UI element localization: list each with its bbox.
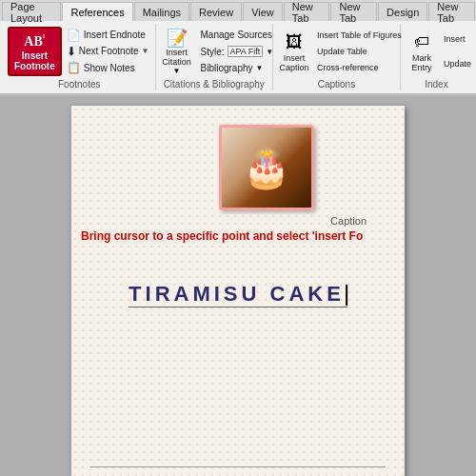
insert-endnote-button[interactable]: 📄 Insert Endnote — [65, 28, 151, 43]
citations-small-buttons: Manage Sources Style: APA Fift ▼ Bibliog… — [199, 27, 276, 76]
tab-view[interactable]: View — [243, 2, 283, 21]
insert-caption-label: InsertCaption — [279, 54, 308, 73]
insert-table-of-figures-button[interactable]: Insert Table of Figures — [315, 30, 404, 41]
text-cursor — [346, 285, 347, 306]
captions-small-buttons: Insert Table of Figures Update Table Cro… — [315, 27, 404, 76]
footnotes-small-buttons: 📄 Insert Endnote ⬇ Next Footnote ▼ 📋 Sho… — [65, 27, 151, 76]
ribbon-content: AB¹ Insert Footnote 📄 Insert Endnote ⬇ N… — [0, 21, 476, 95]
insert-caption-icon: 🖼 — [283, 30, 306, 54]
insert-endnote-icon: 📄 — [67, 29, 81, 42]
footnotes-group-label: Footnotes — [4, 79, 155, 89]
cake-image — [219, 125, 314, 210]
captions-group-label: Captions — [273, 79, 400, 89]
tab-references[interactable]: References — [62, 2, 132, 21]
insert-citation-button[interactable]: 📝 InsertCitation ▼ — [160, 27, 194, 76]
insert-footnote-label: Insert Footnote — [14, 50, 55, 71]
next-footnote-button[interactable]: ⬇ Next Footnote ▼ — [65, 44, 151, 59]
index-group-label: Index — [401, 79, 472, 89]
tab-page-layout[interactable]: Page Layout — [2, 2, 61, 21]
mark-entry-icon: 🏷 — [410, 30, 433, 54]
document-page: Caption Bring cursor to a specific point… — [71, 106, 405, 476]
index-group: 🏷 MarkEntry Insert Update Index — [401, 24, 472, 90]
tab-bar: Page Layout References Mailings Review V… — [0, 0, 476, 21]
tab-mailings[interactable]: Mailings — [134, 2, 189, 21]
index-small-buttons: Insert Update — [442, 27, 473, 76]
cake-highlight-border — [219, 125, 314, 210]
cross-reference-button[interactable]: Cross-reference — [315, 62, 404, 73]
insert-caption-button[interactable]: 🖼 InsertCaption — [277, 27, 311, 76]
insert-footnote-button[interactable]: AB¹ Insert Footnote — [8, 27, 62, 76]
tab-newtab2[interactable]: New Tab — [330, 2, 377, 21]
insert-footnote-icon: AB¹ — [19, 31, 50, 50]
cake-image-wrapper — [219, 125, 314, 210]
citations-group: 📝 InsertCitation ▼ Manage Sources Style:… — [156, 24, 273, 90]
tab-design[interactable]: Design — [378, 2, 427, 21]
update-index-button[interactable]: Update — [442, 58, 473, 69]
style-dropdown[interactable]: Style: APA Fift ▼ — [199, 45, 276, 58]
next-footnote-icon: ⬇ — [67, 45, 76, 58]
ribbon: Page Layout References Mailings Review V… — [0, 0, 476, 96]
manage-sources-button[interactable]: Manage Sources — [199, 29, 276, 41]
document-divider-line — [90, 466, 386, 467]
tab-newtab3[interactable]: New Tab — [428, 2, 475, 21]
insert-citation-icon: 📝 — [166, 28, 188, 49]
tab-newtab1[interactable]: New Tab — [284, 2, 330, 21]
mark-entry-label: MarkEntry — [411, 54, 431, 73]
footnotes-group: AB¹ Insert Footnote 📄 Insert Endnote ⬇ N… — [4, 24, 156, 90]
update-table-button[interactable]: Update Table — [315, 46, 404, 57]
document-area: Caption Bring cursor to a specific point… — [0, 96, 476, 476]
document-title: TIRAMISU CAKE — [129, 282, 347, 307]
show-notes-button[interactable]: 📋 Show Notes — [65, 60, 151, 75]
show-notes-icon: 📋 — [67, 61, 81, 74]
insert-index-button[interactable]: Insert — [442, 33, 473, 45]
mark-entry-button[interactable]: 🏷 MarkEntry — [405, 27, 439, 76]
instruction-text: Bring cursor to a specific point and sel… — [81, 229, 395, 243]
citations-group-label: Citations & Bibliography — [156, 79, 272, 89]
insert-citation-label: InsertCitation — [162, 49, 191, 68]
bibliography-button[interactable]: Bibliography ▼ — [199, 62, 276, 74]
caption-label: Caption — [330, 215, 367, 227]
captions-group: 🖼 InsertCaption Insert Table of Figures … — [273, 24, 401, 90]
tab-review[interactable]: Review — [190, 2, 242, 21]
